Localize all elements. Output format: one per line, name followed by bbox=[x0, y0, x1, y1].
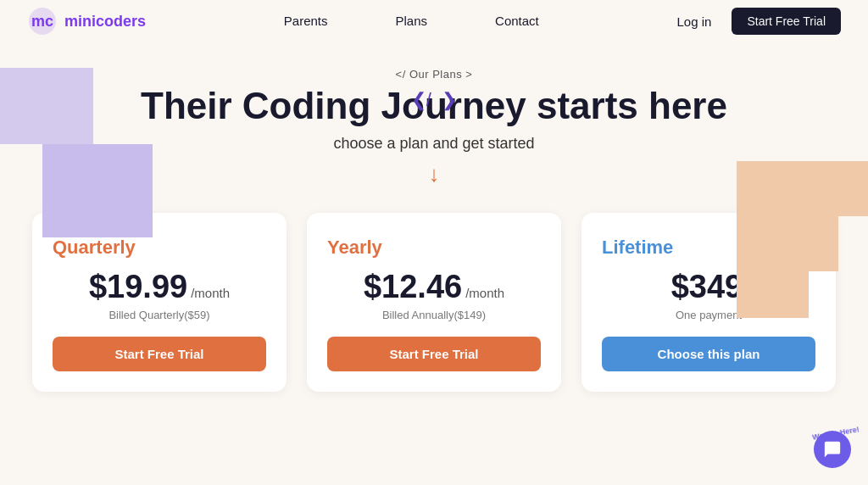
yearly-trial-button[interactable]: Start Free Trial bbox=[327, 337, 541, 371]
nav-plans[interactable]: Plans bbox=[396, 14, 428, 28]
quarterly-card: Quarterly $19.99 /month Billed Quarterly… bbox=[32, 213, 287, 392]
start-free-trial-button[interactable]: Start Free Trial bbox=[732, 8, 841, 35]
code-brackets-icon: ❮/ ❯ bbox=[411, 89, 457, 111]
quarterly-price-row: $19.99 /month bbox=[53, 269, 266, 305]
yearly-title: Yearly bbox=[327, 237, 541, 259]
yearly-price: $12.46 bbox=[364, 269, 462, 305]
deco-right bbox=[698, 161, 868, 314]
login-link[interactable]: Log in bbox=[677, 14, 712, 29]
chat-bubble-button[interactable] bbox=[814, 431, 851, 468]
hero-section: ❮/ ❯ </ Our Plans > Their Coding Journey… bbox=[0, 42, 868, 204]
nav-right: Log in Start Free Trial bbox=[677, 8, 841, 35]
navbar: mc minicoders Parents Plans Contact Log … bbox=[0, 0, 868, 42]
quarterly-price: $19.99 bbox=[89, 269, 187, 305]
nav-links: Parents Plans Contact bbox=[284, 14, 539, 29]
quarterly-note: Billed Quarterly($59) bbox=[53, 309, 266, 321]
yearly-card: Yearly $12.46 /month Billed Annually($14… bbox=[307, 213, 561, 392]
logo-text: minicoders bbox=[64, 13, 146, 31]
yearly-price-row: $12.46 /month bbox=[327, 269, 541, 305]
deco-left bbox=[0, 68, 153, 203]
svg-text:mc: mc bbox=[31, 13, 53, 30]
quarterly-title: Quarterly bbox=[53, 237, 266, 259]
nav-parents[interactable]: Parents bbox=[284, 14, 328, 28]
yearly-period: /month bbox=[465, 286, 504, 300]
quarterly-period: /month bbox=[191, 286, 230, 300]
logo[interactable]: mc minicoders bbox=[27, 6, 146, 36]
nav-contact[interactable]: Contact bbox=[495, 14, 539, 28]
quarterly-trial-button[interactable]: Start Free Trial bbox=[53, 337, 266, 371]
yearly-note: Billed Annually($149) bbox=[327, 309, 541, 321]
lifetime-choose-button[interactable]: Choose this plan bbox=[602, 337, 815, 371]
chat-icon bbox=[823, 440, 842, 459]
